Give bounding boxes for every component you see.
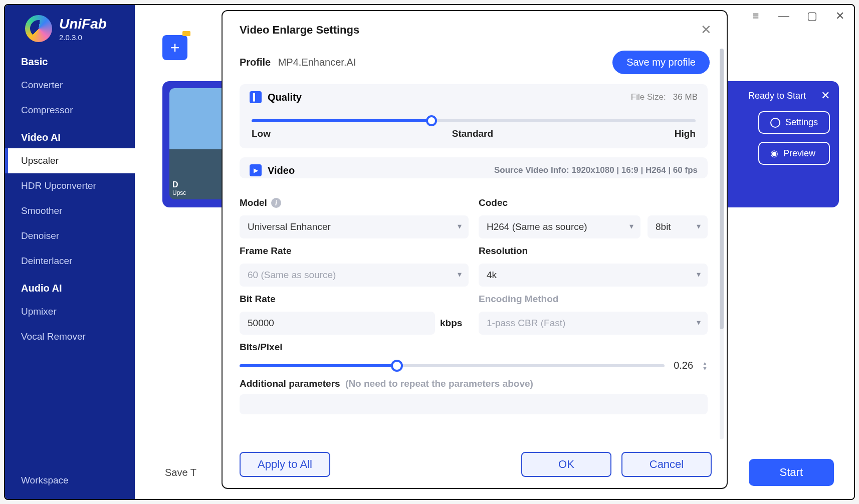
profile-row: Profile MP4.Enhancer.AI Save my profile [240,47,719,84]
sidebar-item-upmixer[interactable]: Upmixer [5,299,135,324]
sidebar-item-vocal-remover[interactable]: Vocal Remover [5,324,135,349]
file-size: File Size: 36 MB [631,92,698,102]
settings-label: Settings [785,117,818,128]
preview-button[interactable]: ◉Preview [758,142,830,165]
resolution-value: 4k [479,264,708,287]
bitrate-unit: kbps [440,318,462,329]
addl-label: Additional parameters [240,378,340,389]
modal-footer: Apply to All OK Cancel [223,444,727,488]
codec-select[interactable]: H264 (Same as source) [479,215,640,238]
ok-button[interactable]: OK [521,452,611,477]
scrollbar-thumb[interactable] [720,49,724,329]
bpp-thumb[interactable] [391,360,403,372]
save-to-label: Save T [165,467,196,478]
video-section: ▶ Video Source Video Info: 1920x1080 | 1… [240,157,708,178]
settings-button[interactable]: Settings [758,111,830,134]
additional-params-input[interactable] [240,394,708,414]
video-enlarge-settings-modal: Video Enlarge Settings ✕ Profile MP4.Enh… [222,10,728,489]
framerate-value: 60 (Same as source) [240,264,469,287]
modal-body: Profile MP4.Enhancer.AI Save my profile … [223,47,727,444]
framerate-label: Frame Rate [240,245,469,257]
card-status-row: Ready to Start ✕ [748,89,830,102]
quality-track [252,119,696,122]
sidebar-item-smoother[interactable]: Smoother [5,198,135,223]
modal-title: Video Enlarge Settings [240,24,359,37]
play-icon: ▶ [250,164,262,176]
bpp-value: 0.26 [674,360,693,371]
thumb-title: D [172,180,229,189]
encoding-label: Encoding Method [479,294,708,305]
add-button[interactable]: + [162,35,187,60]
resolution-select[interactable]: 4k [479,264,708,287]
app-version: 2.0.3.0 [59,33,107,42]
cancel-button[interactable]: Cancel [621,452,712,477]
app-name: UniFab [59,16,107,32]
quality-section: ▍ Quality File Size: 36 MB Low [240,84,708,148]
quality-head: ▍ Quality File Size: 36 MB [250,91,698,103]
quality-title: Quality [268,92,302,103]
stepper-up-icon[interactable]: ▲ [702,361,708,366]
video-head: ▶ Video Source Video Info: 1920x1080 | 1… [250,164,698,176]
profile-value: MP4.Enhancer.AI [278,57,356,68]
profile-label: Profile [240,57,271,68]
bitdepth-value: 8bit [648,215,708,238]
codec-value: H264 (Same as source) [479,215,640,238]
sidebar-item-compressor[interactable]: Compressor [5,98,135,123]
info-icon[interactable]: i [271,198,281,208]
modal-header: Video Enlarge Settings ✕ [223,11,727,47]
encoding-value: 1-pass CBR (Fast) [479,312,708,335]
quality-standard: Standard [452,128,493,139]
thumb-sub: Upsc [172,189,229,196]
document-icon: ▍ [250,91,262,103]
video-form: Modeli Codec Universal Enhancer H264 (Sa… [240,187,708,414]
start-button[interactable]: Start [749,459,834,486]
encoding-select[interactable]: 1-pass CBR (Fast) [479,312,708,335]
codec-label: Codec [479,197,708,208]
save-profile-button[interactable]: Save my profile [612,51,710,74]
quality-low: Low [252,128,271,139]
source-video-info: Source Video Info: 1920x1080 | 16:9 | H2… [494,165,698,175]
logo-block: UniFab 2.0.3.0 [5,15,135,47]
preview-label: Preview [783,148,815,159]
codec-row: H264 (Same as source) 8bit [479,215,708,238]
quality-slider[interactable]: Low Standard High [250,103,698,141]
ready-label: Ready to Start [748,91,806,101]
sidebar-item-upscaler[interactable]: Upscaler [5,148,135,173]
app-window: UniFab 2.0.3.0 Basic Converter Compresso… [4,4,855,500]
apply-to-all-button[interactable]: Apply to All [240,452,330,477]
model-select[interactable]: Universal Enhancer [240,215,469,238]
sidebar-item-workspace[interactable]: Workspace [5,468,135,499]
bitdepth-select[interactable]: 8bit [648,215,708,238]
sidebar-heading-videoai: Video AI [5,123,135,148]
bits-per-pixel-slider[interactable]: 0.26 ▲▼ [240,360,708,371]
bitrate-row: 50000 kbps [240,312,469,335]
framerate-select[interactable]: 60 (Same as source) [240,264,469,287]
app-logo-icon [25,15,52,42]
video-title: Video [268,165,295,176]
quality-thumb[interactable] [426,115,437,126]
additional-parameters: Additional parameters (No need to repeat… [240,378,708,414]
resolution-label: Resolution [479,245,708,257]
sidebar-item-denoiser[interactable]: Denoiser [5,223,135,248]
sidebar-heading-basic: Basic [5,47,135,73]
sidebar-heading-audioai: Audio AI [5,274,135,299]
model-value: Universal Enhancer [240,215,469,238]
sidebar-item-hdr-upconverter[interactable]: HDR Upconverter [5,173,135,198]
bpp-label: Bits/Pixel [240,342,708,353]
card-buttons: Settings ◉Preview [758,111,830,165]
file-size-label: File Size: [631,92,666,102]
bpp-track [240,364,665,367]
file-size-value: 36 MB [673,92,698,102]
model-label: Modeli [240,197,469,208]
sidebar-item-deinterlacer[interactable]: Deinterlacer [5,248,135,274]
eye-icon: ◉ [770,148,778,159]
stepper-down-icon[interactable]: ▼ [702,366,708,371]
addl-hint: (No need to repeat the parameters above) [345,378,533,389]
sidebar-item-converter[interactable]: Converter [5,73,135,98]
modal-close-icon[interactable]: ✕ [701,22,712,38]
bitrate-input[interactable]: 50000 [240,312,435,335]
quality-high: High [675,128,696,139]
bpp-stepper[interactable]: ▲▼ [702,361,708,371]
gear-icon [770,118,780,128]
card-close-icon[interactable]: ✕ [821,89,830,102]
